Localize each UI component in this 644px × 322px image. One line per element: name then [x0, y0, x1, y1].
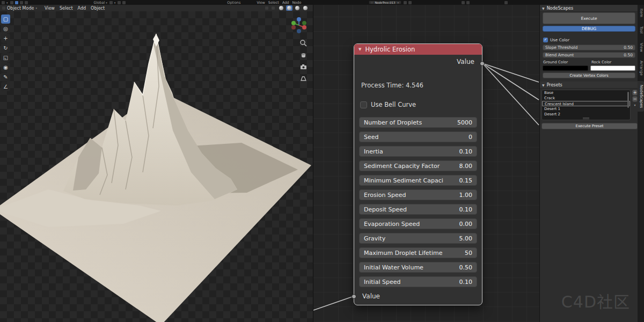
node-param-row[interactable]: Number of Droplets 5000 — [359, 117, 477, 128]
mode-dropdown[interactable]: Object Mode ▾ — [2, 6, 39, 11]
node-editor[interactable]: ▼ Hydrolic Erosion Value Process Time: 4… — [313, 5, 539, 322]
node-editor-menu[interactable]: Select — [268, 1, 279, 5]
node-param-row[interactable]: Gravity 5.00 — [359, 233, 477, 244]
measure-tool-icon[interactable]: ∠ — [1, 82, 10, 91]
datablock-selector[interactable]: NodeTree.013 × — [369, 1, 401, 4]
node-editor-menu[interactable]: View — [257, 1, 265, 5]
hydrolic-erosion-node[interactable]: ▼ Hydrolic Erosion Value Process Time: 4… — [354, 43, 482, 305]
rock-color-swatch[interactable] — [590, 65, 635, 71]
node-param-row[interactable]: Seed 0 — [359, 131, 477, 142]
shading-material-icon[interactable] — [294, 5, 301, 11]
presets-panel-header[interactable]: ▼ Presets — [540, 82, 638, 89]
viewport-menus: ViewSelectAddObject — [45, 6, 109, 11]
add-preset-button[interactable]: + — [632, 90, 638, 96]
scale-tool-icon[interactable]: ◱ — [1, 53, 10, 62]
preset-item[interactable]: Desert 1 — [542, 106, 630, 112]
ground-color-swatch[interactable] — [543, 65, 588, 71]
preset-item[interactable]: Base — [542, 90, 630, 96]
preset-item[interactable]: Desert 2 — [542, 112, 630, 117]
debug-button[interactable]: DEBUG — [543, 26, 635, 32]
execute-preset-button[interactable]: Execute Preset — [541, 123, 638, 129]
use-color-checkbox[interactable]: ✓ — [543, 38, 548, 42]
snap-icon[interactable] — [109, 1, 113, 4]
move-tool-icon[interactable]: + — [1, 34, 10, 43]
preset-item[interactable]: Crescent Island — [542, 101, 630, 106]
use-bell-curve-row[interactable]: Use Bell Curve — [360, 101, 416, 108]
editor-type-icon[interactable] — [2, 1, 5, 4]
node-param-row[interactable]: Minimum Sediment Capaci 0.15 — [359, 175, 477, 186]
node-param-row[interactable]: Initial Speed 0.10 — [359, 276, 477, 287]
preset-list[interactable]: BaseCrackCrescent IslandDesert 1Desert 2 — [541, 90, 631, 120]
select-mode-2-icon[interactable] — [20, 1, 23, 4]
viewport-3d[interactable]: ▢◎+↻◱◉✎∠ — [0, 11, 313, 322]
nodescapes-panel-header[interactable]: ▼ NodeScapes — [540, 5, 638, 12]
overlays-icon[interactable] — [265, 6, 268, 10]
select-mode-icon[interactable] — [15, 1, 18, 4]
value-output-socket[interactable] — [480, 61, 485, 66]
preset-specials-icon[interactable]: ▾ — [632, 103, 638, 107]
proportional-edit-icon[interactable] — [118, 1, 121, 4]
node-param-row[interactable]: Deposit Speed 0.10 — [359, 204, 477, 215]
sidebar-tab[interactable]: Item — [638, 5, 644, 21]
pan-hand-icon[interactable] — [299, 51, 307, 58]
editor-type-caret-icon[interactable]: ▾ — [6, 1, 8, 4]
navigation-gizmo[interactable] — [289, 16, 309, 35]
zoom-icon[interactable] — [299, 39, 307, 47]
list-scrollbar[interactable] — [627, 92, 629, 108]
shading-wireframe-icon[interactable] — [278, 5, 284, 11]
transform-tool-icon[interactable]: ◉ — [1, 63, 10, 72]
panel-collapse-icon[interactable]: ▼ — [542, 6, 545, 10]
perspective-toggle-icon[interactable] — [299, 75, 307, 82]
panel-header-icon-2[interactable] — [466, 1, 470, 4]
viewport-menu[interactable]: Add — [78, 6, 86, 11]
viewport-menu[interactable]: Object — [91, 6, 105, 11]
sidebar-tab[interactable]: View — [638, 39, 644, 56]
orientation-dropdown[interactable]: Global — [94, 1, 105, 5]
list-resize-grip[interactable] — [583, 118, 589, 119]
node-param-row[interactable]: Initial Water Volume 0.50 — [359, 262, 477, 273]
unlink-icon[interactable]: × — [397, 1, 400, 4]
collapse-triangle-icon[interactable]: ▼ — [358, 47, 361, 52]
blend-amount-slider[interactable]: Blend Amount 0.50 — [543, 52, 635, 58]
annotate-tool-icon[interactable]: ✎ — [1, 72, 10, 82]
select-box-tool-icon[interactable]: ▢ — [1, 14, 10, 24]
node-param-row[interactable]: Maximum Droplet Lifetime 50 — [359, 247, 477, 258]
use-color-row[interactable]: ✓ Use Color — [543, 38, 569, 42]
panel-header-icon-1[interactable] — [462, 1, 465, 4]
create-vertex-colors-button[interactable]: Create Vertex Colors — [543, 72, 635, 78]
node-editor-menu[interactable]: Add — [282, 1, 289, 5]
shading-solid-icon[interactable] — [286, 5, 292, 11]
node-param-row[interactable]: Inertia 0.10 — [359, 146, 477, 157]
value-input-socket[interactable] — [352, 294, 356, 299]
xray-icon[interactable] — [272, 6, 275, 10]
viewport-menu[interactable]: Select — [60, 6, 73, 11]
mode-icon[interactable] — [10, 1, 13, 4]
param-label: Evaporation Speed — [364, 221, 420, 228]
input-socket-label: Value — [362, 292, 380, 300]
bell-curve-checkbox[interactable] — [360, 101, 367, 108]
execute-button[interactable]: Execute — [543, 12, 635, 24]
camera-view-icon[interactable] — [299, 63, 307, 70]
panel-header-icon-3[interactable] — [504, 1, 508, 4]
pin-icon[interactable] — [404, 1, 407, 4]
rotate-tool-icon[interactable]: ↻ — [1, 43, 10, 53]
shading-rendered-icon[interactable] — [302, 5, 309, 11]
gizmo-toggle-icon[interactable] — [122, 1, 126, 4]
sidebar-tab[interactable]: NodeScapes — [638, 81, 644, 112]
viewport-menu[interactable]: View — [45, 6, 55, 11]
node-param-row[interactable]: Erosion Speed 1.00 — [359, 189, 477, 200]
cursor-tool-icon[interactable]: ◎ — [1, 24, 10, 33]
options-menu[interactable]: Options — [227, 1, 240, 5]
node-header[interactable]: ▼ Hydrolic Erosion — [354, 44, 482, 55]
slope-threshold-slider[interactable]: Slope Threshold 0.50 — [543, 45, 635, 50]
new-tree-icon[interactable] — [408, 1, 412, 4]
remove-preset-button[interactable]: − — [632, 96, 638, 102]
preset-item[interactable]: Crack — [542, 96, 630, 101]
sidebar-tab[interactable]: Tool — [638, 23, 644, 38]
node-param-row[interactable]: Evaporation Speed 0.00 — [359, 218, 477, 229]
sidebar-tab[interactable]: Arrange — [638, 57, 644, 79]
select-mode-3-icon[interactable] — [25, 1, 28, 4]
node-editor-menu[interactable]: Node — [292, 1, 301, 5]
presets-collapse-icon[interactable]: ▼ — [542, 83, 545, 87]
node-param-row[interactable]: Sediment Capacity Factor 8.00 — [359, 160, 477, 171]
